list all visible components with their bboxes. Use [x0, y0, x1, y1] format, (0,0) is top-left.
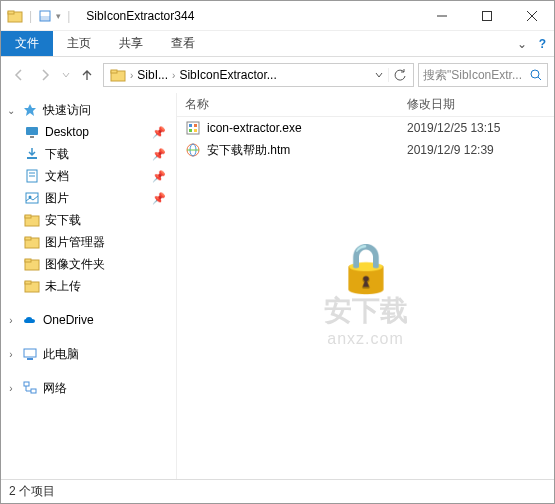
pin-icon: 📌 [152, 192, 176, 205]
search-input[interactable]: 搜索"SibIconExtr... [418, 63, 548, 87]
collapse-icon[interactable]: ⌄ [5, 105, 17, 116]
column-date[interactable]: 修改日期 [407, 96, 554, 113]
sidebar-item-folder[interactable]: 图片管理器 [1, 231, 176, 253]
sidebar-item-folder[interactable]: 安下载 [1, 209, 176, 231]
exe-icon [185, 120, 201, 136]
recent-dropdown[interactable] [59, 63, 73, 87]
up-button[interactable] [75, 63, 99, 87]
folder-icon [23, 278, 41, 294]
sidebar-item-documents[interactable]: 文档📌 [1, 165, 176, 187]
picture-icon [23, 190, 41, 206]
file-date: 2019/12/25 13:15 [407, 121, 554, 135]
expand-ribbon-icon[interactable]: ⌄ [517, 37, 527, 51]
status-bar: 2 个项目 [1, 479, 554, 503]
file-name: 安下载帮助.htm [207, 142, 290, 159]
chevron-down-icon[interactable]: ▾ [56, 11, 61, 21]
navigation-pane[interactable]: ⌄ 快速访问 Desktop📌 下载📌 文档📌 图片📌 安下载 图片管理器 图像… [1, 93, 177, 479]
breadcrumb-part[interactable]: SibIconExtractor... [175, 68, 280, 82]
navigation-bar: › SibI... › SibIconExtractor... 搜索"SibIc… [1, 57, 554, 93]
help-icon[interactable]: ? [539, 37, 546, 51]
back-button[interactable] [7, 63, 31, 87]
sidebar-item-folder[interactable]: 未上传 [1, 275, 176, 297]
tab-home[interactable]: 主页 [53, 31, 105, 56]
svg-rect-32 [31, 389, 36, 393]
folder-icon [106, 67, 130, 83]
svg-rect-26 [25, 259, 31, 262]
file-row[interactable]: 安下载帮助.htm 2019/12/9 12:39 [177, 139, 554, 161]
address-dropdown-icon[interactable] [370, 70, 388, 80]
pin-icon: 📌 [152, 126, 176, 139]
folder-icon [23, 256, 41, 272]
folder-icon [7, 8, 23, 24]
tab-file[interactable]: 文件 [1, 31, 53, 56]
address-bar[interactable]: › SibI... › SibIconExtractor... [103, 63, 414, 87]
sidebar-item-desktop[interactable]: Desktop📌 [1, 121, 176, 143]
sidebar-item-pictures[interactable]: 图片📌 [1, 187, 176, 209]
search-placeholder: 搜索"SibIconExtr... [423, 67, 529, 84]
expand-icon[interactable]: › [5, 315, 17, 326]
file-list[interactable]: icon-extractor.exe 2019/12/25 13:15 安下载帮… [177, 117, 554, 479]
htm-icon [185, 142, 201, 158]
sidebar-thispc[interactable]: ›此电脑 [1, 343, 176, 365]
svg-rect-9 [111, 70, 117, 73]
document-icon [23, 168, 41, 184]
forward-button[interactable] [33, 63, 57, 87]
file-date: 2019/12/9 12:39 [407, 143, 554, 157]
svg-line-11 [538, 77, 541, 80]
search-icon [529, 68, 543, 82]
sidebar-quickaccess[interactable]: ⌄ 快速访问 [1, 99, 176, 121]
properties-icon[interactable] [38, 9, 52, 23]
network-icon [21, 380, 39, 396]
sidebar-network[interactable]: ›网络 [1, 377, 176, 399]
close-button[interactable] [509, 1, 554, 30]
expand-icon[interactable]: › [5, 383, 17, 394]
refresh-icon[interactable] [388, 68, 411, 82]
pin-icon: 📌 [152, 170, 176, 183]
svg-rect-34 [189, 124, 192, 127]
svg-rect-28 [25, 281, 31, 284]
download-icon [23, 146, 41, 162]
expand-icon[interactable]: › [5, 349, 17, 360]
svg-marker-12 [24, 104, 36, 116]
svg-rect-33 [187, 122, 199, 134]
svg-rect-5 [482, 11, 491, 20]
sidebar-onedrive[interactable]: ›OneDrive [1, 309, 176, 331]
tab-view[interactable]: 查看 [157, 31, 209, 56]
svg-rect-31 [24, 382, 29, 386]
folder-icon [23, 234, 41, 250]
sidebar-item-downloads[interactable]: 下载📌 [1, 143, 176, 165]
tab-share[interactable]: 共享 [105, 31, 157, 56]
svg-rect-36 [189, 129, 192, 132]
svg-rect-24 [25, 237, 31, 240]
quickaccess-label: 快速访问 [43, 102, 176, 119]
svg-rect-37 [194, 129, 197, 132]
svg-rect-35 [194, 124, 197, 127]
column-name[interactable]: 名称 [177, 96, 407, 113]
separator: | [67, 9, 70, 23]
ribbon-tabs: 文件 主页 共享 查看 ⌄ ? [1, 31, 554, 57]
sidebar-item-folder[interactable]: 图像文件夹 [1, 253, 176, 275]
svg-rect-1 [8, 11, 14, 14]
pc-icon [21, 346, 39, 362]
separator: | [29, 9, 32, 23]
desktop-icon [23, 124, 41, 140]
cloud-icon [21, 312, 39, 328]
svg-rect-29 [24, 349, 36, 357]
titlebar: | ▾ | SibIconExtractor344 [1, 1, 554, 31]
breadcrumb-part[interactable]: SibI... [133, 68, 172, 82]
file-list-pane: 名称 修改日期 icon-extractor.exe 2019/12/25 13… [177, 93, 554, 479]
content-area: ⌄ 快速访问 Desktop📌 下载📌 文档📌 图片📌 安下载 图片管理器 图像… [1, 93, 554, 479]
item-count: 2 个项目 [9, 483, 55, 500]
minimize-button[interactable] [419, 1, 464, 30]
window-controls [419, 1, 554, 30]
svg-rect-22 [25, 215, 31, 218]
file-name: icon-extractor.exe [207, 121, 302, 135]
pin-icon: 📌 [152, 148, 176, 161]
svg-rect-30 [27, 358, 33, 360]
svg-point-10 [531, 70, 539, 78]
file-row[interactable]: icon-extractor.exe 2019/12/25 13:15 [177, 117, 554, 139]
svg-rect-13 [26, 127, 38, 135]
svg-rect-15 [27, 157, 37, 159]
ribbon-right: ⌄ ? [509, 31, 554, 56]
maximize-button[interactable] [464, 1, 509, 30]
